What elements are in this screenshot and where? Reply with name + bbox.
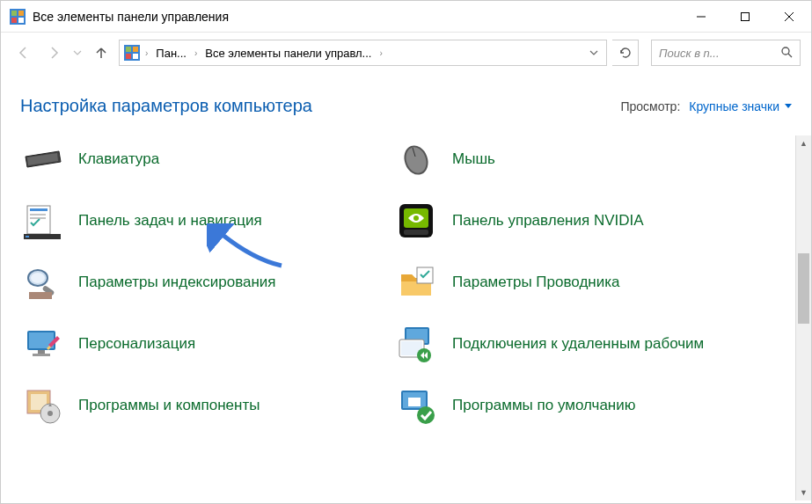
svg-rect-37	[33, 354, 50, 356]
item-default-programs[interactable]: Программы по умолчанию	[394, 382, 742, 429]
svg-point-46	[48, 411, 53, 416]
svg-rect-28	[404, 230, 428, 235]
svg-rect-3	[11, 18, 17, 23]
content-area: Клавиатура Мышь	[1, 135, 811, 500]
breadcrumb-2[interactable]: Все элементы панели управл...	[200, 43, 377, 63]
taskbar-icon	[22, 201, 62, 241]
svg-rect-2	[18, 11, 24, 16]
svg-rect-23	[24, 234, 61, 239]
remote-desktop-icon	[396, 324, 436, 364]
item-label: Подключения к удаленным рабочим	[452, 334, 704, 354]
item-taskbar[interactable]: Панель задач и навигация	[20, 197, 368, 245]
page-title: Настройка параметров компьютера	[20, 96, 620, 116]
item-label: Клавиатура	[78, 150, 159, 170]
window-title: Все элементы панели управления	[33, 10, 679, 24]
up-button[interactable]	[89, 40, 113, 65]
maximize-button[interactable]	[723, 1, 767, 33]
view-select[interactable]: Крупные значки	[689, 99, 792, 113]
scroll-down-icon[interactable]: ▼	[796, 485, 811, 500]
svg-rect-36	[38, 350, 45, 354]
title-bar: Все элементы панели управления	[1, 1, 811, 33]
scroll-thumb[interactable]	[798, 253, 809, 324]
default-programs-icon	[396, 385, 436, 426]
item-personalization[interactable]: Персонализация	[20, 320, 368, 368]
keyboard-icon	[22, 139, 62, 179]
item-explorer-options[interactable]: Параметры Проводника	[394, 259, 742, 306]
view-label: Просмотр:	[620, 99, 680, 113]
indexing-icon	[22, 262, 62, 303]
item-programs[interactable]: Программы и компоненты	[20, 382, 368, 429]
control-panel-icon	[10, 9, 26, 25]
svg-rect-20	[30, 208, 48, 211]
view-selected: Крупные значки	[689, 99, 779, 113]
svg-rect-1	[11, 11, 17, 16]
svg-rect-12	[126, 54, 131, 59]
svg-rect-13	[133, 54, 138, 59]
item-label: Мышь	[452, 150, 495, 170]
window-controls	[679, 1, 811, 33]
item-label: Панель управления NVIDIA	[452, 211, 644, 231]
address-dropdown[interactable]	[585, 40, 603, 65]
svg-point-14	[782, 47, 789, 55]
item-indexing[interactable]: Параметры индексирования	[20, 259, 368, 306]
items-grid: Клавиатура Мышь	[20, 135, 742, 429]
minimize-button[interactable]	[679, 1, 723, 33]
refresh-button[interactable]	[612, 40, 639, 66]
item-keyboard[interactable]: Клавиатура	[20, 135, 368, 183]
svg-rect-10	[126, 47, 131, 52]
item-nvidia[interactable]: Панель управления NVIDIA	[394, 197, 742, 245]
svg-point-17	[403, 144, 430, 176]
svg-rect-6	[742, 12, 750, 20]
control-panel-icon	[123, 44, 141, 62]
crumb-sep-icon[interactable]: ›	[193, 45, 199, 62]
item-label: Программы и компоненты	[78, 396, 260, 416]
svg-point-27	[413, 215, 419, 221]
item-label: Персонализация	[78, 334, 195, 354]
nav-bar: › Пан... › Все элементы панели управл...…	[1, 33, 811, 73]
svg-rect-49	[408, 398, 421, 406]
crumb-sep-icon[interactable]: ›	[143, 45, 150, 62]
nvidia-icon	[396, 201, 436, 241]
svg-line-15	[788, 54, 792, 57]
search-input[interactable]: Поиск в п...	[651, 40, 801, 66]
address-bar[interactable]: › Пан... › Все элементы панели управл...…	[119, 40, 607, 66]
scrollbar[interactable]: ▲ ▼	[795, 135, 811, 500]
item-label: Параметры Проводника	[452, 273, 619, 293]
scroll-up-icon[interactable]: ▲	[796, 135, 811, 151]
recent-dropdown[interactable]	[71, 40, 84, 65]
search-icon	[780, 46, 793, 61]
crumb-sep-icon[interactable]: ›	[377, 45, 384, 62]
close-button[interactable]	[767, 1, 811, 33]
chevron-down-icon	[785, 104, 792, 108]
item-label: Параметры индексирования	[78, 273, 276, 293]
personalization-icon	[22, 324, 62, 364]
svg-rect-32	[29, 292, 52, 299]
svg-rect-11	[133, 47, 138, 52]
mouse-icon	[396, 139, 436, 179]
item-mouse[interactable]: Мышь	[394, 135, 742, 183]
item-label: Панель задач и навигация	[78, 211, 262, 231]
programs-icon	[22, 385, 62, 426]
svg-rect-4	[18, 18, 24, 23]
svg-rect-24	[26, 236, 29, 237]
search-placeholder: Поиск в п...	[659, 47, 720, 60]
heading-row: Настройка параметров компьютера Просмотр…	[1, 73, 811, 135]
item-remote-desktop[interactable]: Подключения к удаленным рабочим	[394, 320, 742, 368]
folder-options-icon	[396, 262, 436, 303]
back-button[interactable]	[11, 40, 36, 65]
breadcrumb-1[interactable]: Пан...	[150, 43, 192, 63]
svg-point-30	[31, 273, 45, 283]
forward-button[interactable]	[41, 40, 66, 65]
item-label: Программы по умолчанию	[452, 396, 636, 416]
svg-point-50	[417, 406, 435, 424]
